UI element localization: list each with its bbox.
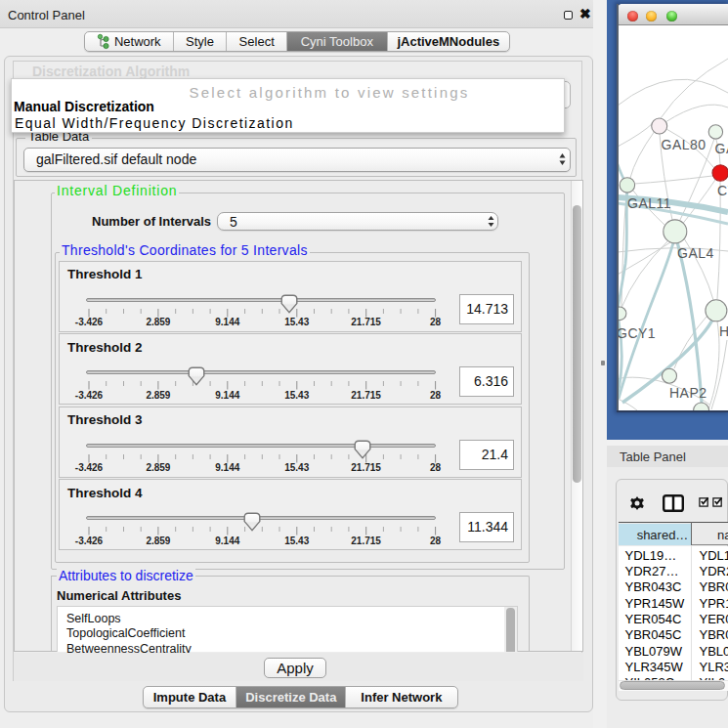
svg-text:GAL80: GAL80 <box>662 137 707 152</box>
svg-text:GAL4: GAL4 <box>677 245 714 261</box>
svg-text:GA: GA <box>715 141 728 156</box>
svg-text:HAP2: HAP2 <box>669 385 707 401</box>
svg-text:CY: CY <box>717 183 728 198</box>
svg-text:GAL11: GAL11 <box>627 195 671 211</box>
svg-text:HI: HI <box>719 323 728 339</box>
svg-text:GCY1: GCY1 <box>618 325 656 341</box>
